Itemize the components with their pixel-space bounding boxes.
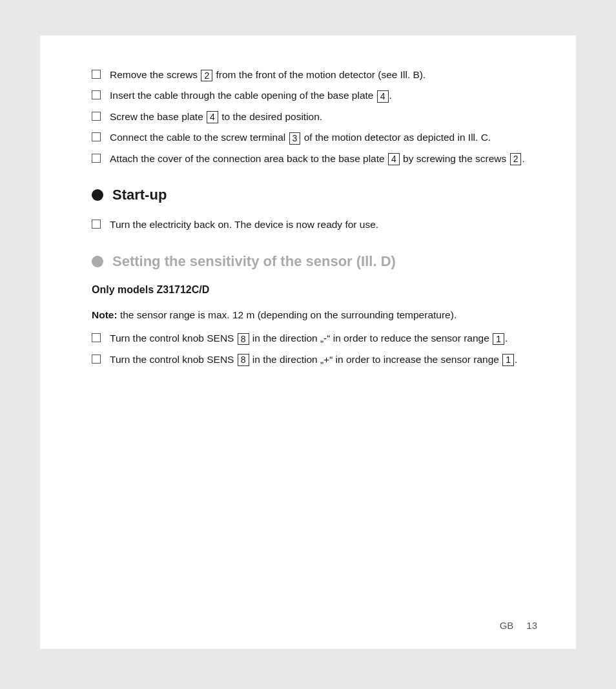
num-box-3: 3 [289, 132, 301, 145]
startup-list: Turn the electricity back on. The device… [92, 218, 531, 232]
footer: GB 13 [500, 620, 537, 631]
num-box-1: 1 [493, 333, 504, 345]
num-box-8: 8 [238, 333, 249, 345]
num-box-1b: 1 [502, 354, 514, 366]
startup-title: Start-up [112, 187, 167, 203]
subsection-heading: Only models Z31712C/D [92, 284, 531, 296]
list-item: Remove the screws 2 from the front of th… [92, 68, 531, 82]
num-box-2b: 2 [510, 153, 522, 165]
sensitivity-heading: Setting the sensitivity of the sensor (I… [92, 253, 531, 270]
list-item-text: Attach the cover of the connection area … [110, 152, 531, 166]
list-item-text: Turn the control knob SENS 8 in the dire… [110, 353, 531, 367]
list-item: Turn the control knob SENS 8 in the dire… [92, 331, 531, 345]
list-item-text: Screw the base plate 4 to the desired po… [110, 110, 531, 124]
sensitivity-title: Setting the sensitivity of the sensor (I… [112, 253, 396, 270]
list-item-text: Turn the control knob SENS 8 in the dire… [110, 331, 531, 345]
list-item-text: Turn the electricity back on. The device… [110, 218, 531, 232]
list-item-text: Remove the screws 2 from the front of th… [110, 68, 531, 82]
num-box-2: 2 [201, 70, 212, 82]
note-label: Note: [92, 309, 118, 320]
startup-heading: Start-up [92, 187, 531, 203]
num-box-4b: 4 [207, 111, 218, 123]
checkbox-icon [92, 112, 101, 121]
checkbox-icon [92, 70, 101, 79]
list-item-text: Connect the cable to the screw terminal … [110, 130, 531, 145]
checkbox-icon [92, 90, 101, 99]
page: Remove the screws 2 from the front of th… [40, 36, 576, 649]
instructions-list: Remove the screws 2 from the front of th… [92, 68, 531, 166]
list-item: Turn the electricity back on. The device… [92, 218, 531, 232]
list-item-text: Insert the cable through the cable openi… [110, 88, 531, 103]
num-box-8b: 8 [238, 354, 249, 366]
list-item: Turn the control knob SENS 8 in the dire… [92, 353, 531, 367]
num-box-4: 4 [377, 90, 389, 103]
list-item: Insert the cable through the cable openi… [92, 88, 531, 103]
list-item: Screw the base plate 4 to the desired po… [92, 110, 531, 124]
checkbox-icon [92, 355, 101, 364]
footer-lang: GB [500, 620, 514, 631]
section-dot-icon [92, 189, 103, 201]
num-box-4c: 4 [388, 153, 400, 165]
checkbox-icon [92, 220, 101, 229]
checkbox-icon [92, 132, 101, 141]
list-item: Connect the cable to the screw terminal … [92, 130, 531, 145]
checkbox-icon [92, 333, 101, 342]
sensitivity-list: Turn the control knob SENS 8 in the dire… [92, 331, 531, 367]
list-item: Attach the cover of the connection area … [92, 152, 531, 166]
section-dot-gray-icon [92, 256, 103, 267]
note-block: Note: the sensor range is max. 12 m (dep… [92, 307, 531, 322]
checkbox-icon [92, 154, 101, 163]
note-text: the sensor range is max. 12 m (depending… [118, 309, 457, 320]
footer-page: 13 [526, 620, 537, 631]
